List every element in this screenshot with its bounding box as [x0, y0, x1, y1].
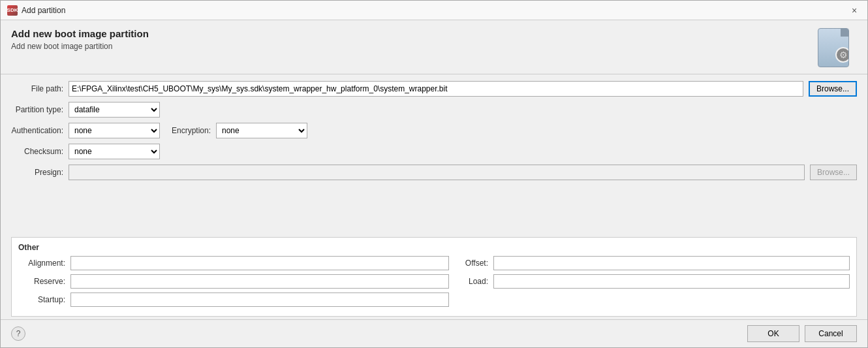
content-area: Add new boot image partition Add new boo… — [1, 20, 867, 347]
cancel-button[interactable]: Cancel — [805, 325, 857, 342]
header-icon: ⚙ — [818, 28, 857, 67]
file-browse-button[interactable]: Browse... — [809, 81, 857, 97]
alignment-row: Alignment: Offset: — [18, 256, 850, 270]
dialog: SDK Add partition × Add new boot image p… — [0, 0, 868, 348]
auth-label: Authentication: — [11, 126, 63, 135]
presign-row: Presign: Browse... — [11, 165, 857, 180]
file-path-input[interactable] — [69, 81, 803, 97]
title-bar-left: SDK Add partition — [7, 5, 65, 16]
reserve-row: Reserve: Load: — [18, 274, 850, 289]
startup-label: Startup: — [18, 295, 65, 304]
startup-row: Startup: — [18, 293, 850, 307]
partition-icon: ⚙ — [818, 28, 849, 67]
other-section: Other Alignment: Offset: Reserve: Load: … — [11, 237, 857, 317]
enc-label: Encryption: — [165, 126, 211, 135]
offset-label: Offset: — [454, 259, 488, 268]
auth-enc-row: Authentication: none rsa Encryption: non… — [11, 123, 857, 138]
help-button[interactable]: ? — [11, 326, 25, 341]
ok-cancel-group: OK Cancel — [747, 325, 857, 342]
checksum-row: Checksum: none sha3-384 — [11, 144, 857, 159]
header-section: Add new boot image partition Add new boo… — [1, 20, 867, 74]
reserve-input[interactable] — [70, 274, 449, 289]
partition-type-label: Partition type: — [11, 105, 63, 114]
header-subtitle: Add new boot image partition — [11, 42, 149, 51]
title-bar: SDK Add partition × — [1, 1, 867, 20]
startup-input[interactable] — [70, 293, 449, 307]
other-title: Other — [18, 243, 850, 252]
presign-browse-button: Browse... — [810, 165, 857, 180]
partition-type-row: Partition type: datafile bootloader pmcd… — [11, 102, 857, 118]
checksum-select[interactable]: none sha3-384 — [69, 144, 160, 159]
offset-input[interactable] — [493, 256, 850, 270]
form-section: File path: Browse... Partition type: dat… — [1, 74, 867, 234]
load-label: Load: — [454, 277, 488, 286]
window-title: Add partition — [22, 6, 65, 15]
partition-type-select[interactable]: datafile bootloader pmcdata — [69, 102, 160, 118]
enc-select[interactable]: none aes — [216, 123, 307, 138]
reserve-label: Reserve: — [18, 277, 65, 286]
header-title: Add new boot image partition — [11, 28, 149, 39]
file-path-label: File path: — [11, 84, 63, 93]
auth-select[interactable]: none rsa — [69, 123, 160, 138]
checksum-label: Checksum: — [11, 147, 63, 156]
bottom-bar: ? OK Cancel — [1, 319, 867, 347]
presign-input — [69, 165, 805, 180]
gear-icon: ⚙ — [835, 47, 849, 63]
ok-button[interactable]: OK — [747, 325, 799, 342]
load-input[interactable] — [493, 274, 850, 289]
presign-label: Presign: — [11, 168, 63, 177]
close-button[interactable]: × — [848, 4, 861, 17]
alignment-label: Alignment: — [18, 259, 65, 268]
alignment-input[interactable] — [70, 256, 449, 270]
sdk-icon: SDK — [7, 5, 18, 16]
file-path-row: File path: Browse... — [11, 81, 857, 97]
